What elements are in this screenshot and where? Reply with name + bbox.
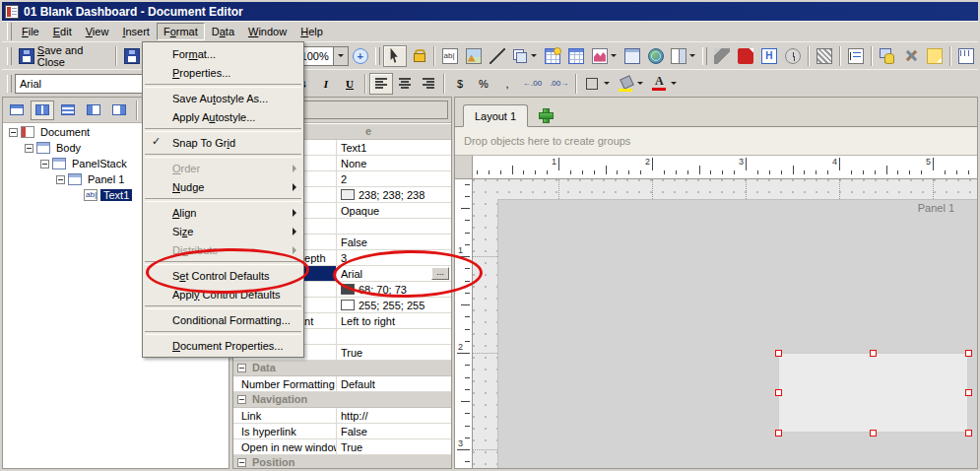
property-value[interactable]: True	[337, 439, 451, 454]
insert-panel-button[interactable]	[509, 45, 542, 67]
menu-item-order[interactable]: Order	[143, 159, 303, 177]
insert-combobox-button[interactable]	[668, 45, 700, 67]
chevron-down-icon[interactable]	[636, 74, 643, 94]
property-value[interactable]: None	[337, 156, 451, 170]
notes-button[interactable]	[923, 45, 947, 67]
insert-chart-button[interactable]	[588, 45, 621, 67]
selection-handle[interactable]	[965, 430, 972, 437]
property-value[interactable]: False	[337, 424, 451, 438]
menu-item-save-autostyle-as[interactable]: Save Autostyle As...	[143, 89, 303, 107]
property-section-navigation[interactable]: Navigation	[233, 392, 451, 408]
comma-button[interactable]: ,	[495, 73, 519, 95]
menu-view[interactable]: View	[79, 23, 116, 40]
chevron-down-icon[interactable]	[603, 74, 610, 94]
property-value[interactable]: 2	[337, 171, 451, 186]
tab-layout-1[interactable]: Layout 1	[463, 104, 528, 127]
property-value[interactable]: Text1	[337, 140, 451, 155]
menu-item-apply-autostyle[interactable]: Apply Autostyle...	[143, 107, 303, 126]
ellipsis-button[interactable]: ...	[431, 267, 449, 280]
toolbar-gripper[interactable]	[375, 47, 380, 65]
selection-handle[interactable]	[965, 389, 972, 396]
section-collapse-icon[interactable]	[237, 395, 246, 404]
property-value[interactable]: 238; 238; 238	[337, 187, 451, 202]
selection-handle[interactable]	[775, 430, 782, 437]
toolbar-gripper[interactable]	[7, 75, 12, 93]
title-bar[interactable]: 01 Blank Dashboard - Document Editor	[2, 2, 978, 21]
tree-collapse-icon[interactable]	[56, 175, 65, 184]
menu-window[interactable]: Window	[241, 23, 294, 40]
tree-collapse-icon[interactable]	[9, 128, 18, 137]
toolbar-gripper[interactable]	[702, 47, 707, 65]
toolbar-gripper[interactable]	[7, 47, 12, 65]
currency-button[interactable]: $	[448, 73, 472, 95]
menu-item-distribute[interactable]: Distribute	[143, 240, 303, 259]
property-value[interactable]: http://	[337, 408, 451, 423]
menu-format[interactable]: Format	[157, 23, 205, 40]
section-collapse-icon[interactable]	[237, 458, 246, 467]
selection-handle[interactable]	[965, 350, 972, 357]
property-section-position[interactable]: Position	[233, 455, 451, 468]
property-section-data[interactable]: Data	[233, 361, 451, 376]
align-center-button[interactable]	[393, 73, 417, 95]
insert-grid-new-button[interactable]	[541, 45, 564, 67]
menu-item-document-properties[interactable]: Document Properties...	[143, 336, 303, 355]
menu-item-nudge[interactable]: Nudge	[143, 177, 303, 196]
insert-grid-button[interactable]	[564, 45, 588, 67]
underline-button[interactable]: U	[338, 73, 361, 95]
font-color-button[interactable]	[647, 73, 681, 95]
property-value[interactable]: True	[337, 345, 451, 360]
property-value[interactable]: 255; 255; 255	[337, 298, 451, 312]
menu-item-snap-to-grid[interactable]: ✓Snap To Grid	[143, 133, 303, 152]
insert-frame-button[interactable]	[621, 45, 644, 67]
property-value[interactable]: 3	[337, 250, 451, 265]
menu-item-apply-control-defaults[interactable]: Apply Control Defaults	[143, 285, 303, 303]
selection-handle[interactable]	[870, 430, 877, 437]
menu-item-set-control-defaults[interactable]: Set Control Defaults	[143, 266, 303, 285]
tree-collapse-icon[interactable]	[25, 144, 33, 153]
decrease-decimal-button[interactable]: ←.00	[519, 73, 546, 95]
italic-button[interactable]: I	[314, 73, 338, 95]
export-html-button[interactable]	[757, 45, 781, 67]
document-outline-button[interactable]	[844, 45, 868, 67]
font-family-combo[interactable]: Arial	[15, 74, 163, 94]
property-value[interactable]: Opaque	[337, 203, 451, 218]
menu-item-size[interactable]: Size	[143, 222, 303, 240]
section-collapse-icon[interactable]	[237, 364, 246, 372]
tree-collapse-icon[interactable]	[40, 160, 49, 168]
insert-web-button[interactable]	[644, 45, 668, 67]
export-slice-button[interactable]	[710, 45, 734, 67]
pattern-button[interactable]	[813, 45, 836, 67]
align-left-button[interactable]	[369, 73, 393, 95]
property-row-open-in-new-window[interactable]: Open in new windowTrue	[233, 439, 451, 455]
property-value[interactable]	[337, 219, 451, 234]
align-right-button[interactable]	[417, 73, 440, 95]
chevron-down-icon[interactable]	[670, 74, 677, 94]
percent-button[interactable]: %	[472, 73, 495, 95]
menu-item-align[interactable]: Align	[143, 203, 303, 222]
view-details-button[interactable]	[5, 101, 29, 120]
chevron-down-icon[interactable]	[611, 46, 617, 66]
increase-decimal-button[interactable]: .00→	[546, 73, 572, 95]
view-two-columns-button[interactable]	[31, 101, 54, 120]
selection-handle[interactable]	[775, 389, 782, 396]
tools-button[interactable]	[899, 45, 923, 67]
property-value[interactable]: Arial...	[337, 266, 451, 281]
chevron-down-icon[interactable]	[689, 46, 695, 66]
design-canvas[interactable]: Panel 1	[473, 179, 977, 468]
menu-item-format[interactable]: Format...	[143, 44, 303, 63]
insert-textbox-button[interactable]	[438, 45, 462, 67]
save-and-close-button[interactable]: Save and Close	[15, 45, 112, 67]
menu-insert[interactable]: Insert	[115, 23, 157, 40]
property-row-link[interactable]: Linkhttp://	[233, 408, 451, 424]
menu-edit[interactable]: Edit	[46, 23, 79, 40]
insert-image-button[interactable]	[462, 45, 486, 67]
pointer-button[interactable]	[383, 45, 407, 67]
property-value[interactable]	[337, 329, 451, 344]
lock-button[interactable]	[407, 45, 430, 67]
menu-item-conditional-formatting[interactable]: Conditional Formatting...	[143, 310, 303, 329]
add-layout-button[interactable]	[538, 107, 553, 122]
menu-help[interactable]: Help	[294, 23, 330, 40]
menu-item-properties[interactable]: Properties...	[143, 63, 303, 82]
property-row-number-formatting[interactable]: Number FormattingDefault	[233, 376, 451, 392]
fill-color-button[interactable]	[614, 73, 647, 95]
